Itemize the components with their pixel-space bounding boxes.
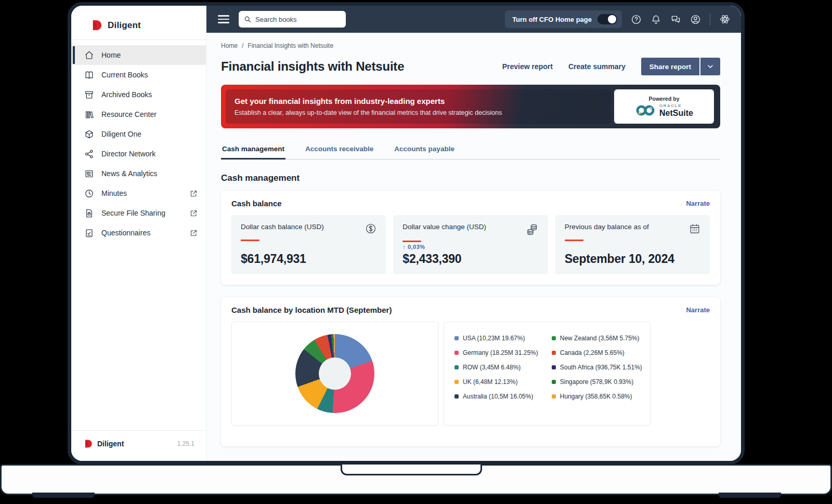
laptop-foot-right [719,493,781,498]
create-summary-button[interactable]: Create summary [568,62,626,71]
cube-icon [84,129,94,139]
sidebar-item-secure-file-sharing[interactable]: Secure File Sharing [71,203,206,223]
powered-by-card: Powered by ORACLE NetSuite [614,89,714,124]
preview-report-button[interactable]: Preview report [502,62,553,71]
legend-item: UK (6,48M 12.13%) [454,378,538,386]
sidebar-item-label: Minutes [101,189,127,197]
coins-icon [526,223,539,235]
tab-accounts-payable[interactable]: Accounts payable [393,142,456,159]
metric-value: $2,433,390 [402,252,538,266]
sidebar-item-label: Home [101,51,121,59]
menu-icon[interactable] [218,15,229,23]
legend-item: USA (10,23M 19.67%) [454,335,538,342]
metric-tile-dollar-value-change: Dollar value change (USD) ↑ 0,03% $2,433… [393,215,548,274]
legend-item: ROW (3,45M 6.48%) [454,364,538,371]
legend-swatch [454,351,459,355]
sidebar-nav: Home Current Books Archived Books Resour… [71,45,206,243]
home-icon [84,50,94,60]
location-card-title: Cash balance by location MTD (September) [231,306,392,314]
sidebar-item-label: News & Analytics [101,169,157,178]
sidebar-item-minutes[interactable]: Minutes [71,183,206,203]
chevron-down-icon [706,62,714,71]
breadcrumb-current: Financial Insights with Netsuite [248,42,333,49]
legend-column-1: USA (10,23M 19.67%)Germany (18.25M 31.25… [454,335,538,416]
laptop-foot-left [32,493,95,498]
sidebar-item-questionnaires[interactable]: Questionnaires [71,223,206,243]
section-title: Cash management [221,173,720,183]
laptop-base-notch [341,465,482,475]
donut-hole [319,357,351,390]
legend-item: Singapore (578,9K 0.93%) [552,378,642,386]
legend-label: South Africa (936,75K 1.51%) [560,364,642,371]
netsuite-label: NetSuite [659,109,693,118]
chat-icon[interactable] [670,14,681,25]
metric-tile-previous-day-balance: Previous day balance as of September 10,… [555,215,710,274]
tab-accounts-receivable[interactable]: Accounts receivable [304,142,374,159]
cash-balance-card: Cash balance Narrate Dollar cash balance… [221,191,720,285]
diligent-wordmark: Diligent [97,440,124,448]
legend-item: New Zealand (3,56M 5.75%) [552,335,642,342]
external-link-icon [190,209,198,217]
secure-file-icon [84,208,94,218]
breadcrumb: Home / Financial Insights with Netsuite [221,42,720,49]
dollar-circle-icon [365,223,376,234]
legend-label: Hungary (358,65K 0.58%) [560,393,632,400]
breadcrumb-home[interactable]: Home [221,42,238,49]
diligent-logo-icon [91,19,103,31]
metric-label: Previous day balance as of [565,223,649,231]
chart-legend-panel: USA (10,23M 19.67%)Germany (18.25M 31.25… [444,322,651,426]
cash-balance-card-title: Cash balance [231,199,282,208]
legend-swatch [552,394,556,399]
powered-by-label: Powered by [649,96,680,102]
sidebar-item-label: Questionnaires [101,229,150,237]
sidebar-item-resource-center[interactable]: Resource Center [71,104,206,124]
search-input[interactable] [255,16,341,23]
legend-label: ROW (3,45M 6.48%) [463,364,521,371]
atom-icon[interactable] [719,14,731,25]
external-link-icon [190,190,198,197]
cash-balance-by-location-card: Cash balance by location MTD (September)… [221,297,720,446]
sidebar-item-news-analytics[interactable]: News & Analytics [71,164,206,183]
sidebar-item-diligent-one[interactable]: Diligent One [71,124,206,144]
diligent-logo: Diligent [71,6,206,40]
sidebar-item-archived-books[interactable]: Archived Books [71,85,206,104]
banner-headline: Get your financial insights from industr… [235,97,601,105]
share-report-dropdown-button[interactable] [700,58,720,75]
search-box[interactable] [239,11,346,28]
legend-item: Hungary (358,65K 0.58%) [552,393,642,400]
legend-swatch [454,336,459,340]
legend-item: Canada (2,26M 5.65%) [552,349,642,356]
legend-label: USA (10,23M 19.67%) [463,335,525,342]
accent-bar [241,240,259,241]
legend-label: UK (6,48M 12.13%) [463,378,517,386]
metric-value: $61,974,931 [241,252,376,266]
topbar-divider [710,13,710,25]
narrate-link[interactable]: Narrate [686,200,710,207]
sidebar-item-current-books[interactable]: Current Books [71,65,206,85]
promo-banner: Get your financial insights from industr… [221,85,720,128]
share-report-button[interactable]: Share report [641,58,699,75]
notifications-bell-icon[interactable] [651,14,661,25]
cfo-home-toggle[interactable] [597,14,617,24]
archive-icon [84,90,94,100]
sidebar-item-home[interactable]: Home [71,45,206,65]
network-icon [84,149,94,159]
newspaper-icon [84,169,94,179]
donut-chart [295,334,374,413]
profile-icon[interactable] [690,14,701,25]
page-title: Financial insights with Netsuite [221,59,404,74]
oracle-label: ORACLE [659,103,693,108]
narrate-link[interactable]: Narrate [686,306,710,314]
report-tabs: Cash management Accounts receivable Acco… [221,142,720,160]
help-icon[interactable] [631,14,642,25]
metric-tile-dollar-cash-balance: Dollar cash balance (USD) $61,974,931 [231,215,386,274]
legend-swatch [552,380,556,384]
legend-swatch [454,380,459,384]
metric-label: Dollar value change (USD) [402,223,486,231]
app-version: 1.25.1 [177,440,194,447]
sidebar-item-director-network[interactable]: Director Network [71,144,206,164]
diligent-wordmark: Diligent [108,20,141,31]
external-link-icon [190,229,198,237]
sidebar-item-label: Archived Books [101,90,152,99]
tab-cash-management[interactable]: Cash management [221,142,285,160]
